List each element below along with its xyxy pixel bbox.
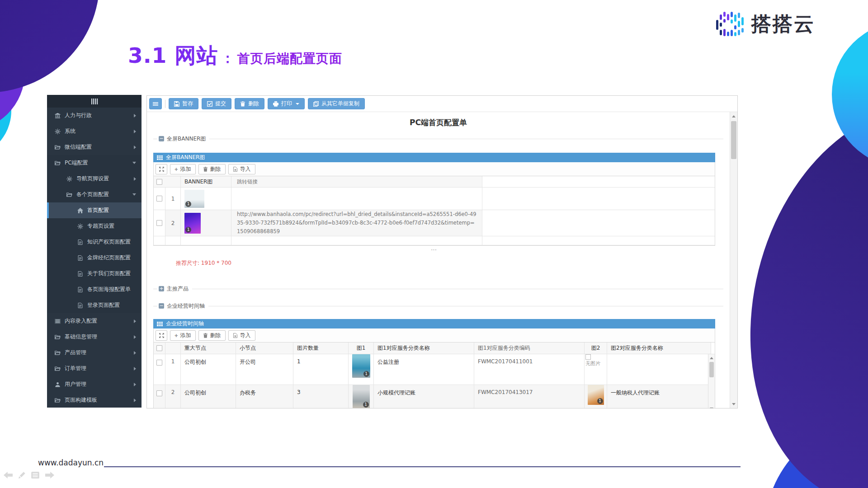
row-checkbox[interactable] (156, 360, 162, 366)
scrollbar-thumb[interactable] (731, 121, 736, 159)
expand-grid-button[interactable] (156, 164, 167, 174)
删除-button[interactable]: 删除 (198, 330, 226, 341)
banner-table-header: BANNER图 跳转链接 (154, 176, 715, 188)
row-checkbox[interactable] (156, 220, 162, 226)
chevron-right-icon (134, 399, 136, 402)
collapse-icon[interactable]: − (159, 303, 164, 309)
scroll-up-arrow[interactable] (730, 113, 737, 120)
sidebar-item-label: 基础信息管理 (65, 333, 142, 341)
sidebar-item-PC端配置[interactable]: PC端配置 (47, 155, 142, 171)
chevron-right-icon (134, 367, 136, 371)
sidebar-item-页面构建模板[interactable]: 页面构建模板 (47, 392, 142, 408)
banner-thumbnail-1[interactable]: 1 (184, 190, 204, 208)
sidebar-item-系统[interactable]: 系统 (47, 123, 142, 139)
提交-button[interactable]: 提交 (202, 98, 231, 109)
table-row[interactable]: 2 1 http://www.banhaola.com/pc/redirect?… (154, 210, 715, 236)
footer-divider (104, 466, 741, 467)
sidebar-item-登录页面配置[interactable]: 登录页面配置 (47, 297, 142, 313)
copy-icon (313, 101, 319, 107)
chevron-right-icon (134, 114, 136, 117)
打印-button[interactable]: 打印 (268, 98, 305, 109)
list-icon[interactable] (31, 472, 39, 479)
sidebar-item-label: 知识产权页面配置 (87, 238, 142, 246)
panel-resize-handle[interactable]: ⋯ (153, 246, 715, 253)
banner-thumbnail-2[interactable]: 1 (184, 213, 201, 234)
导入-button[interactable]: 导入 (228, 164, 255, 174)
timeline-table-scrollbar[interactable] (708, 354, 715, 408)
row-checkbox[interactable] (156, 196, 162, 202)
size-hint: 推荐尺寸: 1910 * 700 (176, 259, 723, 267)
title-subtitle: 首页后端配置页面 (237, 50, 342, 67)
gear-icon (54, 128, 61, 134)
app-window: 暂存提交删除打印从其它单据复制 PC端首页配置单 − 全屏BANNER图 全屏B… (146, 95, 738, 408)
select-all-checkbox[interactable] (156, 345, 162, 351)
scroll-down-arrow[interactable] (708, 405, 715, 408)
sidebar-item-知识产权页面配置[interactable]: 知识产权页面配置 (47, 234, 142, 250)
table-row[interactable]: 1 1 (154, 188, 715, 210)
从其它单据复制-button[interactable]: 从其它单据复制 (308, 98, 365, 109)
sidebar-item-各页面海报配置单[interactable]: 各页面海报配置单 (47, 282, 142, 297)
scroll-down-arrow[interactable] (730, 400, 737, 408)
sidebar-item-用户管理[interactable]: 用户管理 (47, 376, 142, 392)
sidebar-item-首页配置[interactable]: 首页配置 (47, 202, 142, 218)
col-header-banner: BANNER图 (181, 176, 231, 187)
table-row[interactable]: 1 公司初创 开公司 1 1 公益注册 FWMC20170411001 无图片 (154, 354, 715, 385)
folder-icon (54, 334, 61, 340)
footer-url: www.dadayun.cn (38, 458, 104, 467)
link-cell: http://www.banhaola.com/pc/redirect?url=… (231, 210, 482, 236)
scroll-up-arrow[interactable] (708, 355, 715, 361)
expand-grid-button[interactable] (156, 330, 167, 341)
folder-icon (54, 350, 61, 356)
sidebar-item-人力与行政[interactable]: 人力与行政 (47, 108, 142, 123)
sidebar-item-订单管理[interactable]: 订单管理 (47, 361, 142, 376)
sidebar-item-关于我们页面配置[interactable]: 关于我们页面配置 (47, 266, 142, 282)
chevron-right-icon (134, 335, 136, 339)
timeline-image-1[interactable]: 1 (352, 354, 370, 378)
section-legend-products: + 主推产品 (153, 285, 723, 293)
sidebar-item-label: 系统 (65, 127, 142, 135)
forward-arrow-icon[interactable] (45, 472, 54, 479)
sidebar-item-内容录入配置[interactable]: 内容录入配置 (47, 313, 142, 329)
list-icon (54, 318, 61, 324)
添加-button[interactable]: +添加 (170, 330, 196, 341)
back-arrow-icon[interactable] (4, 472, 13, 479)
table-row[interactable]: 2 公司初创 办税务 3 1 小规模代理记账 FWMC20170413017 1… (154, 385, 715, 408)
row-checkbox[interactable] (156, 390, 162, 396)
pen-icon[interactable] (19, 472, 25, 479)
暂存-button[interactable]: 暂存 (169, 98, 198, 109)
timeline-image-2[interactable]: 1 (588, 385, 604, 405)
main-scrollbar[interactable] (730, 112, 737, 408)
caret-down-icon (296, 103, 299, 105)
user-icon (54, 381, 61, 387)
sidebar-item-微信端配置[interactable]: 微信端配置 (47, 139, 142, 155)
expand-icon (159, 167, 164, 172)
page-title: PC端首页配置单 (153, 117, 723, 128)
chevron-right-icon (134, 383, 136, 386)
sidebar-collapse-button[interactable] (47, 95, 142, 108)
collapse-icon[interactable]: − (159, 136, 164, 141)
删除-button[interactable]: 删除 (198, 164, 226, 174)
row-number: 2 (165, 210, 181, 236)
banner-panel: 全屏BANNER图 +添加删除导入 BANNER图 跳转链接 1 1 (153, 153, 715, 253)
select-all-checkbox[interactable] (156, 179, 162, 185)
sidebar-item-金牌经纪页面配置[interactable]: 金牌经纪页面配置 (47, 250, 142, 266)
list-button[interactable] (149, 98, 162, 109)
sidebar-item-各个页面配置[interactable]: 各个页面配置 (47, 187, 142, 202)
sidebar-item-基础信息管理[interactable]: 基础信息管理 (47, 329, 142, 345)
sidebar-item-产品管理[interactable]: 产品管理 (47, 345, 142, 361)
timeline-image-1[interactable]: 1 (353, 385, 370, 408)
timeline-grid-toolbar: +添加删除导入 (153, 328, 715, 343)
expand-icon[interactable]: + (159, 286, 164, 291)
chevron-down-icon (132, 162, 136, 164)
legend-label: 企业经营时间轴 (167, 302, 205, 310)
添加-button[interactable]: +添加 (170, 164, 196, 174)
sidebar-item-导航页脚设置[interactable]: 导航页脚设置 (47, 171, 142, 187)
trash-icon (240, 101, 245, 107)
删除-button[interactable]: 删除 (235, 98, 264, 109)
gear-icon (77, 223, 83, 229)
scrollbar-thumb[interactable] (709, 362, 714, 377)
sidebar-item-专题页设置[interactable]: 专题页设置 (47, 218, 142, 234)
导入-button[interactable]: 导入 (228, 330, 255, 341)
legend-label: 主推产品 (167, 285, 189, 293)
folder-icon (54, 160, 61, 166)
